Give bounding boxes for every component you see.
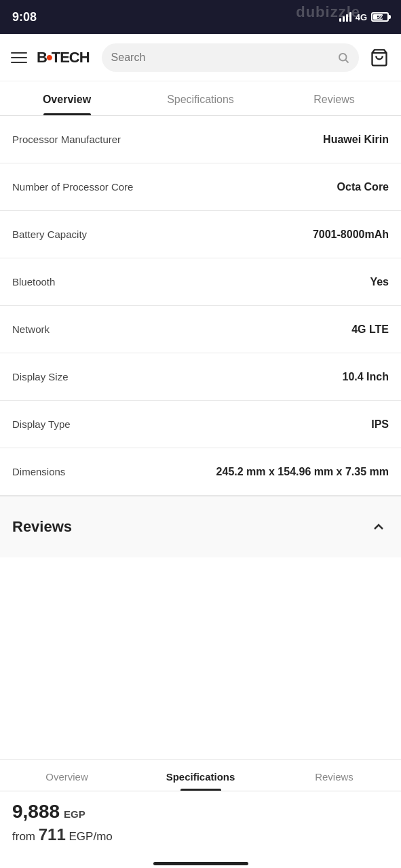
battery-icon: 59 [371, 12, 389, 22]
network-type: 4G [356, 12, 367, 22]
spec-row: Dimensions 245.2 mm x 154.96 mm x 7.35 m… [0, 448, 401, 496]
logo-tech: TECH [52, 49, 90, 66]
spec-value: 10.4 Inch [343, 371, 389, 383]
spec-value: Octa Core [337, 181, 389, 193]
spec-row: Network 4G LTE [0, 306, 401, 353]
svg-point-0 [339, 54, 347, 61]
reviews-title: Reviews [12, 518, 72, 536]
spec-value: Huawei Kirin [323, 134, 389, 146]
status-bar: 9:08 dubizzle 4G 59 [0, 0, 401, 34]
price-amount: 9,888 [12, 801, 60, 823]
spec-value: 245.2 mm x 154.96 mm x 7.35 mm [216, 466, 389, 478]
spec-label: Display Type [12, 417, 71, 431]
chevron-up-icon [370, 519, 387, 535]
reviews-section: Reviews [0, 496, 401, 557]
battery-level: 59 [377, 14, 383, 20]
cart-button[interactable] [368, 47, 390, 68]
bottom-bar: Overview Specifications Reviews 9,888 EG… [0, 760, 401, 868]
search-bar[interactable] [102, 43, 359, 72]
spec-row: Display Type IPS [0, 401, 401, 448]
signal-icon [339, 12, 351, 22]
logo[interactable]: B•TECH [37, 48, 90, 67]
installment-price: from 711 EGP/mo [12, 825, 389, 844]
installment-prefix: from [12, 830, 35, 843]
top-tabs: Overview Specifications Reviews [0, 81, 401, 116]
tab-reviews[interactable]: Reviews [267, 81, 401, 115]
spec-label: Network [12, 322, 50, 336]
menu-button[interactable] [11, 52, 27, 63]
spec-value: Yes [370, 276, 389, 288]
spec-row: Battery Capacity 7001-8000mAh [0, 211, 401, 258]
specs-table: Processor Manufacturer Huawei Kirin Numb… [0, 116, 401, 496]
search-input[interactable] [111, 52, 330, 64]
spec-label: Bluetooth [12, 275, 55, 289]
spec-label: Battery Capacity [12, 227, 87, 241]
installment-suffix: EGP/mo [69, 830, 113, 843]
spec-label: Dimensions [12, 465, 65, 479]
bottom-tab-specifications[interactable]: Specifications [134, 760, 267, 791]
tab-specifications[interactable]: Specifications [134, 81, 267, 115]
spec-row: Bluetooth Yes [0, 258, 401, 306]
bottom-tabs: Overview Specifications Reviews [0, 760, 401, 791]
search-icon [337, 52, 349, 64]
installment-amount: 711 [39, 825, 66, 844]
spec-label: Number of Processor Core [12, 180, 133, 194]
header: B•TECH [0, 34, 401, 81]
spec-value: 7001-8000mAh [313, 229, 389, 241]
logo-b: B [37, 49, 47, 66]
cart-icon [370, 48, 389, 67]
home-indicator [153, 862, 248, 865]
reviews-toggle[interactable] [368, 517, 389, 537]
spec-label: Processor Manufacturer [12, 132, 121, 146]
bottom-tab-reviews[interactable]: Reviews [267, 760, 401, 791]
spec-label: Display Size [12, 370, 69, 384]
spec-row: Processor Manufacturer Huawei Kirin [0, 116, 401, 163]
bottom-tab-overview[interactable]: Overview [0, 760, 134, 791]
spec-value: IPS [371, 418, 389, 431]
svg-line-1 [345, 60, 348, 62]
status-time: 9:08 [12, 10, 37, 24]
spec-row: Display Size 10.4 Inch [0, 353, 401, 401]
tab-overview[interactable]: Overview [0, 81, 134, 115]
status-icons: 4G 59 [339, 12, 389, 22]
spec-row: Number of Processor Core Octa Core [0, 163, 401, 211]
spec-value: 4G LTE [351, 323, 389, 336]
price-currency: EGP [64, 808, 85, 820]
price-section: 9,888 EGP from 711 EGP/mo [0, 791, 401, 858]
main-price: 9,888 EGP [12, 801, 389, 823]
